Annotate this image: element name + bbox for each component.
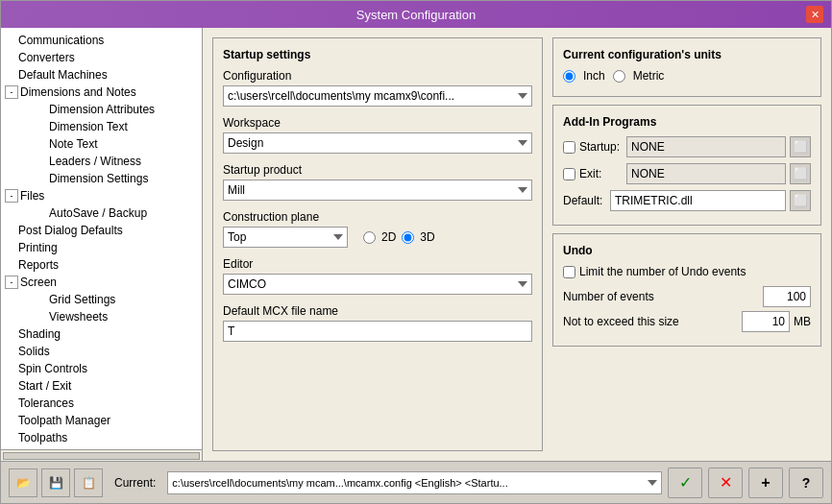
current-label: Current: (114, 476, 156, 490)
tree-item-viewsheets[interactable]: Viewsheets (1, 308, 202, 325)
tree-panel: Communications Converters Default Machin… (1, 28, 203, 461)
tree-item-autosave[interactable]: AutoSave / Backup (1, 204, 202, 222)
addon-exit-browse-button[interactable]: ⬜ (790, 163, 811, 184)
cancel-icon: ✕ (720, 473, 732, 492)
tree-item-dimension-attributes[interactable]: Dimension Attributes (1, 101, 202, 118)
addon-default-browse-button[interactable]: ⬜ (790, 190, 811, 211)
expander-dimensions-notes[interactable]: - (5, 85, 18, 99)
tree-item-files[interactable]: - Files (1, 187, 202, 204)
title-bar: System Configuration ✕ (1, 1, 831, 28)
addon-startup-check[interactable] (563, 141, 575, 154)
addon-exit-check[interactable] (563, 168, 575, 180)
tree-label-autosave: AutoSave / Backup (49, 206, 147, 220)
tree-item-shading[interactable]: Shading (1, 325, 202, 343)
metric-label: Metric (633, 69, 665, 83)
tree-item-tolerances[interactable]: Tolerances (1, 395, 202, 412)
current-path-select[interactable]: c:\users\rcell\documents\my mcam...\mcam… (167, 471, 662, 494)
tree-label-communications: Communications (18, 34, 104, 47)
units-panel: Current configuration's units Inch Metri… (552, 37, 821, 97)
browse-icon-exit: ⬜ (794, 167, 808, 180)
tree-item-converters[interactable]: Converters (1, 49, 202, 66)
construction-plane-select[interactable]: Top (223, 227, 348, 248)
editor-select[interactable]: CIMCO (223, 274, 532, 295)
undo-limit-check[interactable] (563, 266, 575, 278)
configuration-label: Configuration (223, 69, 532, 83)
radio-3d-label: 3D (420, 230, 434, 244)
radio-metric[interactable] (613, 70, 625, 83)
tree-item-dimensions-notes[interactable]: - Dimensions and Notes (1, 84, 202, 101)
addon-exit-row: Exit: ⬜ (563, 163, 811, 184)
tree-item-communications[interactable]: Communications (1, 32, 202, 49)
radio-2d-label: 2D (381, 230, 396, 244)
undo-exceed-input[interactable] (742, 311, 790, 332)
browse-icon: ⬜ (794, 140, 808, 154)
tree-label-leaders-witness: Leaders / Witness (49, 155, 141, 168)
tree-label-solids: Solids (18, 345, 50, 358)
tree-item-printing[interactable]: Printing (1, 239, 202, 256)
default-mcx-input[interactable] (223, 321, 532, 342)
tree-item-dimension-text[interactable]: Dimension Text (1, 118, 202, 135)
bottom-load-button[interactable]: 📋 (74, 468, 103, 497)
tree-item-solids[interactable]: Solids (1, 343, 202, 360)
tree-scrollbar-horizontal[interactable] (1, 449, 202, 461)
tree-item-spin-controls[interactable]: Spin Controls (1, 360, 202, 377)
tree-item-screen[interactable]: - Screen (1, 274, 202, 291)
tree-label-default-machines: Default Machines (18, 68, 108, 82)
addon-panel: Add-In Programs Startup: ⬜ (552, 105, 821, 226)
panels-row: Startup settings Configuration c:\users\… (212, 37, 821, 451)
tree-label-files: Files (20, 189, 44, 203)
undo-num-events-input[interactable] (763, 286, 811, 307)
tree-item-leaders-witness[interactable]: Leaders / Witness (1, 153, 202, 170)
units-title: Current configuration's units (563, 48, 811, 61)
startup-product-select[interactable]: Mill (223, 180, 532, 201)
inch-label: Inch (583, 69, 605, 83)
close-button[interactable]: ✕ (806, 6, 823, 23)
help-icon: ? (802, 475, 811, 491)
addon-startup-input[interactable] (626, 136, 786, 157)
startup-product-group: Startup product Mill (223, 163, 532, 201)
addon-startup-browse-button[interactable]: ⬜ (790, 136, 811, 157)
units-radio-row: Inch Metric (563, 69, 811, 83)
tree-label-dimensions-notes: Dimensions and Notes (20, 85, 136, 99)
cancel-button[interactable]: ✕ (708, 468, 743, 498)
expander-screen[interactable]: - (5, 276, 18, 289)
addon-exit-input[interactable] (626, 163, 786, 184)
add-button[interactable]: + (748, 468, 783, 498)
radio-3d[interactable] (402, 231, 414, 244)
tree-item-reports[interactable]: Reports (1, 256, 202, 274)
tree-label-toolpaths: Toolpaths (18, 431, 67, 444)
addon-default-input[interactable] (610, 190, 786, 211)
main-content: Communications Converters Default Machin… (1, 28, 831, 461)
help-button[interactable]: ? (789, 468, 823, 498)
undo-exceed-label: Not to exceed this size (563, 315, 742, 328)
tree-item-post-dialog[interactable]: Post Dialog Defaults (1, 222, 202, 239)
configuration-group: Configuration c:\users\rcell\documents\m… (223, 69, 532, 107)
construction-plane-group: Construction plane Top 2D 3D (223, 210, 532, 248)
startup-settings-panel: Startup settings Configuration c:\users\… (212, 37, 543, 451)
tree-item-toolpaths[interactable]: Toolpaths (1, 429, 202, 446)
radio-2d[interactable] (363, 231, 376, 244)
tree-item-toolpath-manager[interactable]: Toolpath Manager (1, 412, 202, 429)
undo-panel: Undo Limit the number of Undo events Num… (552, 233, 821, 347)
undo-num-events-row: Number of events (563, 286, 811, 307)
tree-label-start-exit: Start / Exit (18, 379, 71, 393)
tree-item-note-text[interactable]: Note Text (1, 135, 202, 153)
tree-label-printing: Printing (18, 241, 58, 254)
bottom-folder-button[interactable]: 📂 (9, 468, 37, 497)
radio-inch[interactable] (563, 70, 575, 83)
workspace-select[interactable]: Design (223, 132, 532, 154)
tree-item-start-exit[interactable]: Start / Exit (1, 377, 202, 395)
expander-files[interactable]: - (5, 189, 18, 203)
tree-item-dimension-settings[interactable]: Dimension Settings (1, 170, 202, 187)
bottom-save-button[interactable]: 💾 (41, 468, 70, 497)
undo-title: Undo (563, 244, 811, 257)
tree-item-default-machines[interactable]: Default Machines (1, 66, 202, 84)
ok-button[interactable]: ✓ (668, 468, 702, 498)
tree-label-converters: Converters (18, 51, 75, 64)
addon-default-row: Default: ⬜ (563, 190, 811, 211)
default-mcx-label: Default MCX file name (223, 304, 532, 318)
undo-limit-label: Limit the number of Undo events (579, 265, 746, 278)
tree-item-grid-settings[interactable]: Grid Settings (1, 291, 202, 308)
tree-container[interactable]: Communications Converters Default Machin… (1, 28, 202, 449)
configuration-select[interactable]: c:\users\rcell\documents\my mcamx9\confi… (223, 85, 532, 107)
